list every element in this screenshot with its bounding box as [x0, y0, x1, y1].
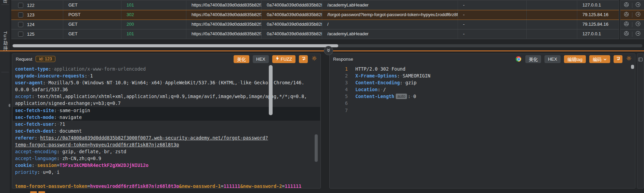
hex-button[interactable]: HEX — [544, 55, 561, 63]
response-line: 1HTTP/2.0·302·Found — [330, 65, 635, 72]
request-line: accept:·text/html,application/xhtml+xml,… — [15, 93, 320, 100]
horizontal-scrollbar-thumb[interactable] — [13, 44, 338, 47]
cell-host: 0a74008a039d0ddd835b82f30... — [262, 10, 322, 20]
double-chevron-down-icon — [326, 48, 331, 54]
row-checkbox[interactable] — [18, 3, 23, 8]
http-history-table: 122GET101https://0a74008a039d0ddd835b82f… — [11, 0, 619, 39]
wrap-line-icon — [301, 56, 306, 62]
send-to-icon[interactable] — [635, 12, 641, 18]
line-number: 5 — [330, 93, 348, 100]
request-line: sec-fetch-user:·?1 — [15, 121, 320, 128]
response-editor[interactable]: 1HTTP/2.0·302·Found2X-Frame-Options:·SAM… — [330, 64, 635, 188]
cell-extra — [527, 29, 577, 39]
row-actions-panel — [620, 0, 644, 39]
request-editor[interactable]: content-type:·application/x-www-form-url… — [13, 64, 320, 188]
cell-ip: 79.125.84.16 — [577, 20, 619, 29]
response-panel-header: Response 美化 HEX 编辑tag 编码 — [330, 54, 635, 64]
wrap-line-button[interactable] — [614, 55, 622, 63]
splitter-handle-dot[interactable] — [9, 104, 10, 107]
gear-icon — [312, 56, 317, 62]
edit-tag-button[interactable]: 编辑tag — [564, 55, 586, 63]
open-in-browser-icon[interactable] — [516, 56, 521, 62]
request-line: accept-language:·zh-CN,zh;q=0.9 — [15, 155, 320, 162]
row-checkbox[interactable] — [18, 32, 23, 37]
cell-path: / — [322, 20, 458, 29]
send-to-icon[interactable] — [635, 21, 641, 28]
cell-id: 125 — [11, 29, 63, 39]
hex-button[interactable]: HEX — [253, 55, 269, 63]
row-actions — [620, 29, 644, 39]
line-number: 3 — [330, 79, 348, 86]
request-id-badge: id: 123 — [36, 56, 55, 62]
table-row[interactable]: 122GET101https://0a74008a039d0ddd835b82f… — [11, 1, 619, 10]
table-row[interactable]: 123POST302https://0a74008a039d0ddd835b82… — [11, 10, 619, 20]
request-panel-header: Request id: 123 美化 HEX FUZZ — [12, 54, 320, 64]
cell-host: 0a74008a039d0ddd835b82f30... — [262, 20, 322, 29]
beautify-button[interactable]: 美化 — [525, 55, 541, 63]
open-in-browser-icon[interactable] — [624, 2, 629, 9]
send-to-icon[interactable] — [635, 31, 641, 37]
request-line: sec-fetch-site:·same-origin — [13, 107, 320, 114]
line-number: 2 — [330, 72, 348, 79]
strip-divider — [1, 4, 9, 5]
cell-url: https://0a74008a039d0ddd835b82f3000f0077… — [186, 1, 262, 10]
response-settings-button[interactable] — [626, 56, 632, 62]
row-actions — [620, 1, 644, 10]
collapse-panel-button[interactable] — [324, 46, 333, 55]
cell-host: 0a74008a039d0ddd835b82f30... — [262, 1, 322, 10]
row-checkbox[interactable] — [18, 12, 23, 17]
response-panel: Response 美化 HEX 编辑tag 编码 1HTTP/2.0·302·F… — [329, 53, 635, 189]
tab-tun-hijack[interactable]: Tun劫持 — [0, 17, 10, 65]
cell-path: /academyLabHeader — [322, 29, 458, 39]
divider — [632, 3, 632, 8]
request-line: temp-forgot-password-token=hypyeu1roddf6… — [15, 183, 320, 188]
cell-dash: - — [458, 10, 527, 20]
response-line: 6 — [330, 100, 635, 107]
panel-layout-icon[interactable] — [638, 57, 643, 188]
http-proxy-tool-window: 击 Tun劫持 122GET101https://0a74008a039d0dd… — [0, 0, 644, 193]
open-in-browser-icon[interactable] — [624, 21, 629, 28]
fuzz-button[interactable]: FUZZ — [272, 55, 295, 63]
request-line: user-agent:·Mozilla/5.0·(Windows·NT·10.0… — [15, 79, 320, 86]
response-line: 7 — [330, 107, 635, 114]
request-line: upgrade-insecure-requests:·1 — [15, 72, 320, 79]
divider — [632, 32, 632, 37]
open-in-browser-icon[interactable] — [624, 12, 629, 18]
request-title: Request — [16, 57, 32, 62]
cell-method: GET — [63, 1, 121, 10]
cell-extra — [527, 20, 577, 29]
response-line: 3Content-Encoding:·gzip — [330, 79, 635, 86]
cell-path: /academyLabHeader — [322, 1, 458, 10]
request-line: cookie:·session=T5Fxv3kCMDhR4ectkF2gXW2D… — [15, 162, 320, 169]
request-line: application/signed-exchange;v=b3;q=0.7 — [15, 100, 320, 107]
line-number: 1 — [330, 65, 348, 72]
panel-splitter[interactable] — [0, 50, 644, 51]
response-scrollbar-thumb[interactable] — [631, 65, 634, 69]
beautify-button[interactable]: 美化 — [234, 55, 249, 63]
send-to-icon[interactable] — [635, 2, 641, 9]
cell-dash: - — [458, 20, 527, 29]
request-settings-button[interactable] — [312, 56, 317, 62]
row-checkbox[interactable] — [18, 22, 23, 27]
strip-divider — [1, 72, 9, 72]
bottom-partial-element — [30, 191, 37, 193]
encoding-dropdown[interactable]: 编码 — [589, 55, 610, 63]
wrap-line-icon — [616, 56, 620, 62]
cell-id: 124 — [11, 20, 63, 29]
gear-icon — [626, 56, 632, 62]
request-right-scrollbar-thumb[interactable] — [315, 134, 318, 162]
cell-method: GET — [63, 29, 121, 39]
tab-partial-clipped[interactable]: 击 — [0, 0, 10, 3]
cell-dash: - — [458, 29, 527, 39]
line-number: 4 — [330, 86, 348, 93]
wrap-line-button[interactable] — [299, 55, 308, 63]
table-row[interactable]: 125GET101https://0a74008a039d0ddd835b82f… — [11, 29, 619, 39]
divider — [632, 22, 632, 27]
bottom-partial-element — [38, 191, 45, 193]
request-line: 0.0.0·Safari/537.36 — [15, 86, 320, 93]
cell-path: /forgot-password?temp-forgot-password-to… — [322, 10, 458, 20]
request-scrollbar-thumb[interactable] — [269, 65, 273, 115]
row-actions — [620, 10, 644, 20]
open-in-browser-icon[interactable] — [624, 31, 629, 37]
table-row[interactable]: 124GET200https://0a74008a039d0ddd835b82f… — [11, 20, 619, 29]
